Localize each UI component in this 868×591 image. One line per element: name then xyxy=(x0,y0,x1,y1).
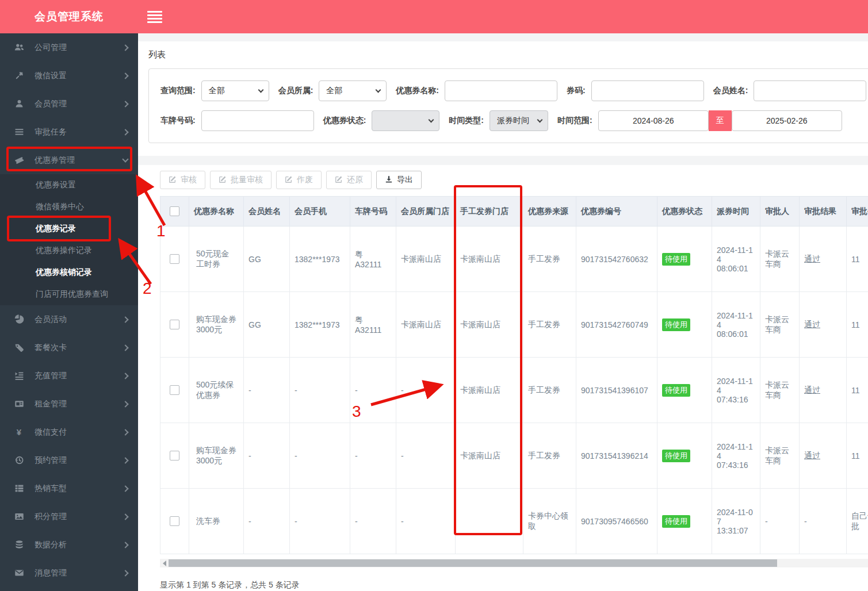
list-icon xyxy=(13,127,25,137)
ticket-icon xyxy=(13,155,25,165)
cell-plate: - xyxy=(350,358,396,423)
sidebar-item-label: 充值管理 xyxy=(35,371,123,381)
sidebar-item-message-mgmt[interactable]: 消息管理 xyxy=(0,559,138,587)
table-row: 洗车券 - - - - 卡券中心领取 901730957466560 待使用 2… xyxy=(160,489,868,554)
cell-code: 901731541396214 xyxy=(576,423,657,489)
col-member-store: 会员所属门店 xyxy=(396,197,456,227)
chevron-right-icon xyxy=(122,570,128,576)
database-icon xyxy=(13,540,25,550)
cell-approver: 卡派云车商 xyxy=(760,423,800,489)
row-checkbox[interactable] xyxy=(170,254,179,264)
sidebar-item-wechat-pay[interactable]: ¥ 微信支付 xyxy=(0,418,138,446)
status-badge: 待使用 xyxy=(662,318,690,331)
time-type-select[interactable]: 派券时间 xyxy=(490,110,548,131)
col-code: 优惠券编号 xyxy=(576,197,657,227)
sidebar-item-coupon-verification-records[interactable]: 优惠券核销记录 xyxy=(0,262,138,283)
sidebar-item-data-analysis[interactable]: 数据分析 xyxy=(0,531,138,559)
cell-code: 901731541396107 xyxy=(576,358,657,423)
sidebar-item-coupon-settings[interactable]: 优惠券设置 xyxy=(0,174,138,196)
select-all-checkbox[interactable] xyxy=(170,206,179,216)
plate-number-input[interactable] xyxy=(201,110,314,131)
scroll-left-icon[interactable] xyxy=(163,561,166,566)
query-scope-select[interactable]: 全部 xyxy=(201,80,269,101)
sidebar-item-recharge-mgmt[interactable]: 充值管理 xyxy=(0,362,138,390)
cell-approval-remark: 自己领取，无需审批 xyxy=(847,489,868,554)
coupon-code-input[interactable] xyxy=(591,80,704,101)
row-checkbox[interactable] xyxy=(170,516,179,526)
sidebar-item-company[interactable]: 公司管理 xyxy=(0,33,138,62)
table-row: 购车现金券3000元 GG 1382***1973 粤 A32111 卡派南山店… xyxy=(160,292,868,358)
date-to-button[interactable]: 至 xyxy=(709,110,732,131)
row-checkbox[interactable] xyxy=(170,451,179,460)
sidebar-item-coupon-records[interactable]: 优惠券记录 xyxy=(0,218,138,240)
audit-button[interactable]: 审核 xyxy=(160,171,205,189)
scrollbar-thumb[interactable] xyxy=(169,559,777,567)
chevron-right-icon xyxy=(122,513,128,520)
sidebar-item-label: 会员管理 xyxy=(35,99,123,109)
cell-code: 901730957466560 xyxy=(576,489,657,554)
sidebar-item-label: 租金管理 xyxy=(35,399,123,409)
col-status: 优惠券状态 xyxy=(657,197,712,227)
batch-audit-button[interactable]: 批量审核 xyxy=(210,171,272,189)
filter-label-code: 券码: xyxy=(567,86,586,96)
coupon-status-select[interactable] xyxy=(372,110,439,131)
sidebar-item-hot-models[interactable]: 热销车型 xyxy=(0,474,138,502)
col-member-name: 会员姓名 xyxy=(244,197,290,227)
cell-member-phone: - xyxy=(290,358,350,423)
sidebar-item-label: 消息管理 xyxy=(35,568,123,578)
coupon-submenu: 优惠券设置 微信领券中心 优惠券记录 优惠券操作记录 优惠券核销记录 门店可用优… xyxy=(0,174,138,305)
sidebar-item-coupon-operation-records[interactable]: 优惠券操作记录 xyxy=(0,240,138,262)
sidebar-item-wechat-coupon-center[interactable]: 微信领券中心 xyxy=(0,196,138,218)
coupon-name-input[interactable] xyxy=(445,80,557,101)
start-date-input[interactable]: 2024-08-26 xyxy=(598,110,709,131)
cell-member-store: - xyxy=(396,423,456,489)
sidebar-item-points-mgmt[interactable]: 积分管理 xyxy=(0,502,138,531)
users-icon xyxy=(13,43,25,52)
void-button[interactable]: 作废 xyxy=(276,171,322,189)
coupon-table: 优惠券名称 会员姓名 会员手机 车牌号码 会员所属门店 手工发券门店 优惠券来源… xyxy=(160,196,868,554)
cell-member-store: 卡派南山店 xyxy=(396,227,456,292)
sidebar-item-approval-tasks[interactable]: 审批任务 xyxy=(0,118,138,146)
row-checkbox[interactable] xyxy=(170,385,179,395)
cell-source: 手工发券 xyxy=(523,423,576,489)
member-of-select[interactable]: 全部 xyxy=(319,80,387,101)
sidebar-item-member-activity[interactable]: 会员活动 xyxy=(0,305,138,333)
sidebar: 公司管理 微信设置 会员管理 审批任务 优惠券管理 优惠券设置 微信领券中心 优… xyxy=(0,33,138,591)
edit-icon xyxy=(219,175,227,185)
yen-icon: ¥ xyxy=(13,427,25,437)
cell-coupon-name: 50元现金工时券 xyxy=(189,227,244,292)
sidebar-item-package-cards[interactable]: 套餐次卡 xyxy=(0,333,138,362)
chevron-right-icon xyxy=(122,101,128,107)
sidebar-item-rent-mgmt[interactable]: 租金管理 xyxy=(0,390,138,418)
col-approval-remark: 审批备注 xyxy=(847,197,868,227)
row-checkbox[interactable] xyxy=(170,320,179,329)
cell-dispatch-time: 2024-11-14 08:06:01 xyxy=(712,227,760,292)
horizontal-scrollbar[interactable] xyxy=(160,559,868,567)
status-badge: 待使用 xyxy=(662,515,690,528)
card-icon xyxy=(13,399,25,409)
sidebar-item-label: 积分管理 xyxy=(35,512,123,522)
sidebar-item-store-available-coupons[interactable]: 门店可用优惠券查询 xyxy=(0,283,138,305)
member-name-input[interactable] xyxy=(754,80,866,101)
cell-source: 卡券中心领取 xyxy=(523,489,576,554)
cell-manual-store: 卡派南山店 xyxy=(456,292,523,358)
sidebar-item-wechat-settings[interactable]: 微信设置 xyxy=(0,62,138,90)
sidebar-item-coupon-mgmt[interactable]: 优惠券管理 xyxy=(0,146,138,174)
col-plate: 车牌号码 xyxy=(350,197,396,227)
chevron-right-icon xyxy=(122,401,128,407)
gavel-icon xyxy=(13,71,25,80)
select-chevron-icon xyxy=(376,87,381,93)
history-icon xyxy=(13,455,25,465)
col-dispatch-time: 派券时间 xyxy=(712,197,760,227)
restore-button[interactable]: 还原 xyxy=(326,171,372,189)
sidebar-toggle-icon[interactable] xyxy=(147,9,162,25)
chevron-right-icon xyxy=(122,429,128,435)
end-date-input[interactable]: 2025-02-26 xyxy=(732,110,842,131)
export-button[interactable]: 导出 xyxy=(376,171,422,189)
cell-dispatch-time: 2024-11-07 13:31:07 xyxy=(712,489,760,554)
sidebar-item-member-mgmt[interactable]: 会员管理 xyxy=(0,90,138,118)
filter-label-scope: 查询范围: xyxy=(160,86,196,96)
app-header: 会员管理系统 xyxy=(0,0,868,33)
table-row: 500元续保优惠券 - - - - 卡派南山店 手工发券 90173154139… xyxy=(160,358,868,423)
sidebar-item-reservation-mgmt[interactable]: 预约管理 xyxy=(0,446,138,474)
